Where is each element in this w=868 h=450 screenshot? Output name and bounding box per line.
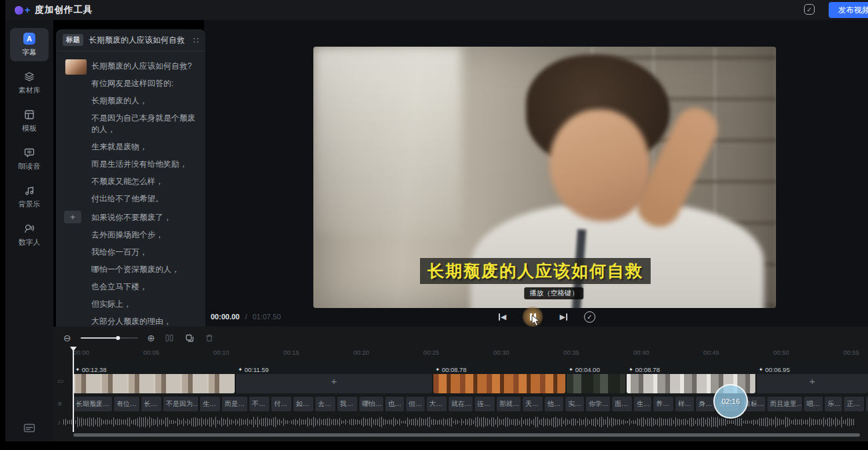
video-player[interactable]: 长期颓废的人应该如何自救 播放（空格键）: [313, 47, 776, 308]
sidebar-item-2[interactable]: 模板: [10, 104, 49, 137]
subtitle-line[interactable]: 有位网友是这样回答的:: [64, 78, 200, 89]
ruler-tick-label: 00:05: [143, 349, 159, 356]
clip-duration: 00:08.78: [442, 366, 467, 373]
subtitle-segment[interactable]: 养: [653, 397, 673, 411]
sidebar-icon-2: [23, 109, 35, 121]
subtitle-segment[interactable]: 生: [634, 397, 651, 411]
publish-video-button[interactable]: 发布视频: [829, 2, 868, 18]
subtitle-segment[interactable]: 连: [475, 397, 495, 411]
subtitle-segment-text: 生: [203, 399, 216, 409]
timeline-zoom-slider[interactable]: [81, 334, 138, 342]
subtitle-segment[interactable]: 正: [844, 397, 864, 411]
copy-icon[interactable]: [184, 333, 195, 343]
subtitle-segment[interactable]: 哪怕: [359, 397, 383, 411]
timeline-toolbar: ⊖ ⊕: [63, 331, 215, 345]
slider-knob[interactable]: [116, 336, 120, 340]
subtitle-segment[interactable]: 但: [406, 397, 425, 411]
subtitle-segment[interactable]: 你学: [586, 397, 610, 411]
subtitle-line[interactable]: 也会立马下楼，: [64, 281, 200, 293]
prev-frame-button[interactable]: ◀: [498, 313, 506, 321]
subtitle-segment[interactable]: 乐: [825, 397, 842, 411]
subtitle-line[interactable]: 但实际上，: [64, 299, 200, 310]
subtitle-segment-text: 就在: [451, 399, 471, 409]
subtitle-segment[interactable]: 付: [271, 397, 291, 411]
video-title-input[interactable]: 长期颓废的人应该如何自救: [89, 35, 191, 46]
subtitle-segment[interactable]: 不: [249, 397, 269, 411]
top-bar: + 度加创作工具 ✓ 发布视频: [5, 0, 868, 20]
subtitle-segment[interactable]: 大: [427, 397, 447, 411]
video-clip-5[interactable]: ✦00:06.95+: [757, 365, 868, 393]
subtitle-segment[interactable]: 样: [675, 397, 694, 411]
subtitle-line[interactable]: 长期颓废的人应该如何自救?: [64, 61, 200, 72]
add-clip-icon[interactable]: +: [809, 375, 815, 387]
video-clip-3[interactable]: ✦00:04.00: [567, 365, 625, 393]
caption-toggle-icon[interactable]: [21, 421, 38, 435]
sidebar-item-5[interactable]: 数字人: [10, 218, 49, 251]
split-clip-icon[interactable]: [164, 333, 175, 343]
playhead[interactable]: [73, 347, 74, 432]
subtitle-line[interactable]: 付出给不了他希望。: [64, 193, 200, 205]
video-clip-1[interactable]: ✦00:11.59+: [236, 365, 432, 393]
delete-icon[interactable]: [204, 333, 215, 343]
ruler-tick-label: 00:15: [283, 349, 299, 356]
subtitle-segment[interactable]: 去: [315, 397, 335, 411]
sidebar-icon-3: [23, 147, 35, 159]
subtitle-segment[interactable]: 实: [565, 397, 584, 411]
subtitle-segment[interactable]: 不是因为: [163, 397, 198, 411]
timeline-scrollbar[interactable]: [73, 433, 860, 437]
video-clip-2[interactable]: ✦00:08.78: [433, 365, 565, 393]
subtitle-segment[interactable]: 有位: [114, 397, 139, 411]
subtitle-line[interactable]: +如果说你不要颓废了，: [64, 212, 200, 223]
zoom-in-icon[interactable]: ⊕: [147, 333, 155, 343]
subtitle-line[interactable]: 长期颓废的人，: [64, 95, 200, 107]
subtitle-segment[interactable]: 唱: [804, 397, 823, 411]
subtitle-segment[interactable]: 长: [141, 397, 161, 411]
sidebar-item-4[interactable]: 背景乐: [10, 180, 49, 213]
sidebar-item-0[interactable]: A字幕: [10, 28, 49, 61]
subtitle-segment[interactable]: 如: [293, 397, 313, 411]
subtitle-segment[interactable]: 那就: [497, 397, 521, 411]
subtitle-segment[interactable]: 身: [696, 397, 715, 411]
next-frame-icon: ▶: [560, 313, 565, 321]
clip-type-icon: ✦: [75, 367, 80, 373]
subtitle-segment[interactable]: 长期颓废: [73, 397, 112, 411]
clip-duration: 00:12.38: [82, 366, 107, 373]
subtitle-segment[interactable]: 就在: [449, 397, 473, 411]
audio-track[interactable]: [63, 413, 863, 431]
sidebar-items: A字幕素材库模板朗读音背景乐数字人: [10, 28, 49, 256]
add-subtitle-button[interactable]: +: [64, 211, 81, 223]
zoom-out-icon[interactable]: ⊖: [63, 333, 71, 343]
subtitle-segment[interactable]: 而且途里: [767, 397, 802, 411]
sidebar-item-1[interactable]: 素材库: [10, 66, 49, 99]
subtitle-line[interactable]: 不颓废又能怎么样，: [64, 176, 200, 187]
timeline-ruler[interactable]: 00:0000:0500:1000:1500:2000:2500:3000:35…: [5, 347, 868, 360]
subtitle-line[interactable]: 去外面操场跑个步，: [64, 229, 200, 241]
subtitle-segment[interactable]: 他: [545, 397, 563, 411]
subtitle-segment[interactable]: 生: [200, 397, 220, 411]
clip-duration: 00:11.59: [245, 366, 269, 373]
title-options-icon[interactable]: ∷: [193, 35, 199, 45]
subtitle-line[interactable]: 大部分人颓废的理由，: [64, 316, 200, 327]
subtitle-segment[interactable]: 而是: [222, 397, 247, 411]
play-pause-button[interactable]: [523, 306, 544, 327]
finish-check-button[interactable]: ✓: [584, 311, 595, 323]
subtitle-segment[interactable]: 我: [337, 397, 357, 411]
video-caption-overlay[interactable]: 长期颓废的人应该如何自救: [420, 258, 651, 284]
video-clip-0[interactable]: ✦00:12.38: [73, 365, 235, 393]
subtitle-line[interactable]: 哪怕一个资深颓废的人，: [64, 264, 200, 275]
next-frame-button[interactable]: ▶: [560, 313, 568, 321]
add-clip-icon[interactable]: +: [331, 375, 337, 387]
subtitle-segment[interactable]: 天: [523, 397, 543, 411]
title-tag-badge: 标题: [63, 34, 83, 46]
subtitle-segment-text: 你学: [589, 399, 609, 409]
subtitle-line[interactable]: 而是生活并没有给他奖励，: [64, 159, 200, 170]
draft-check-button[interactable]: ✓: [804, 4, 815, 15]
subtitle-line-text: 不颓废又能怎么样，: [91, 177, 163, 186]
subtitle-line[interactable]: 不是因为自己本身就是个颓废的人，: [64, 113, 200, 135]
subtitle-line[interactable]: 生来就是废物，: [64, 141, 200, 153]
subtitle-line[interactable]: 我给你一百万，: [64, 247, 200, 258]
subtitle-segment[interactable]: 面: [612, 397, 632, 411]
ruler-tick-label: 00:30: [493, 349, 509, 356]
subtitle-segment[interactable]: 也: [385, 397, 404, 411]
sidebar-item-3[interactable]: 朗读音: [10, 142, 49, 175]
